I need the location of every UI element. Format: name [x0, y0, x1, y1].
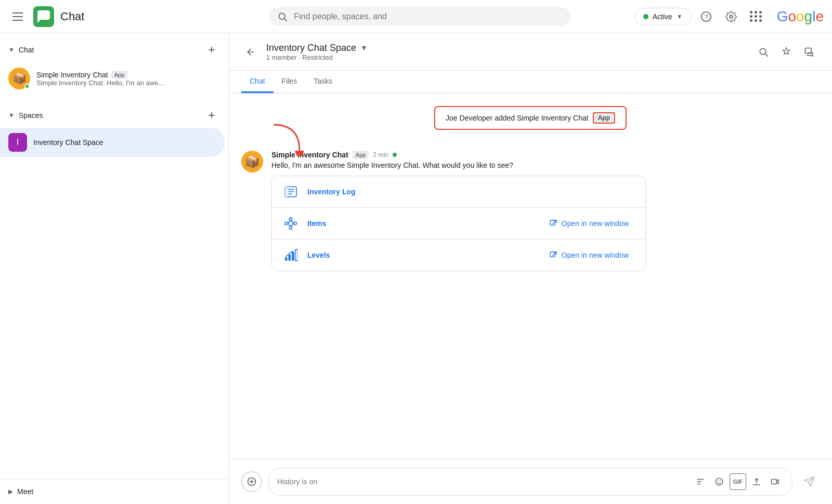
tab-tasks[interactable]: Tasks	[305, 71, 341, 93]
svg-point-16	[285, 222, 288, 224]
active-status-dot	[643, 14, 648, 19]
svg-line-7	[765, 54, 768, 56]
app-badge: App	[111, 71, 128, 79]
send-button[interactable]	[799, 471, 820, 492]
chat-subtitle: 1 member · Restricted	[266, 54, 747, 61]
items-label: Items	[307, 219, 535, 228]
svg-point-15	[289, 221, 293, 226]
tab-chat[interactable]: Chat	[241, 71, 274, 93]
topbar-left: Chat	[8, 6, 237, 27]
chat-item-text: Simple Inventory Chat App Simple Invento…	[36, 71, 216, 87]
topbar: Chat Active ▼ ?	[0, 0, 832, 33]
svg-line-25	[552, 220, 556, 224]
card-row-items[interactable]: Items Open in new window	[272, 208, 645, 240]
message-input[interactable]	[277, 478, 688, 486]
chat-item-name: Simple Inventory Chat App	[36, 71, 216, 79]
system-message-text: Joe Developer added Simple Inventory Cha…	[446, 114, 589, 122]
inventory-log-label: Inventory Log	[307, 188, 635, 196]
card-row-inventory-log[interactable]: Inventory Log	[272, 176, 645, 208]
video-button[interactable]	[767, 473, 784, 490]
add-space-button[interactable]: +	[203, 107, 220, 124]
chat-item-simple-inventory[interactable]: 📦 Simple Inventory Chat App Simple Inven…	[0, 62, 224, 95]
chat-input-area: GIF	[229, 459, 832, 504]
svg-line-31	[552, 252, 556, 256]
help-button[interactable]: ?	[696, 6, 717, 27]
svg-rect-14	[285, 187, 289, 197]
add-chat-button[interactable]: +	[203, 42, 220, 58]
upload-button[interactable]	[748, 473, 765, 490]
chat-header-actions	[753, 42, 820, 62]
chat-header-info: Inventory Chat Space ▼ 1 member · Restri…	[266, 43, 747, 61]
chat-section: ▼ Chat + 📦 Simple Inventory Chat App Sim…	[0, 33, 228, 99]
hamburger-menu[interactable]	[8, 8, 27, 25]
chat-header: Inventory Chat Space ▼ 1 member · Restri…	[229, 33, 832, 71]
active-status-button[interactable]: Active ▼	[634, 8, 692, 25]
svg-line-2	[284, 18, 287, 21]
chat-title[interactable]: Inventory Chat Space ▼	[266, 43, 747, 54]
search-input[interactable]	[294, 12, 562, 21]
card-row-levels[interactable]: Levels Open in new window	[272, 240, 645, 271]
meet-chevron-icon: ▶	[8, 488, 13, 495]
message-content: Simple Inventory Chat App 2 min Hello, I…	[271, 151, 820, 271]
meet-section: ▶ Meet	[0, 479, 228, 504]
chat-chevron-icon: ▼	[8, 46, 15, 54]
chat-messages: Joe Developer added Simple Inventory Cha…	[229, 94, 832, 459]
search-icon	[277, 11, 288, 22]
message-input-box[interactable]: GIF	[268, 468, 792, 496]
app-title: Chat	[60, 10, 84, 23]
message-app-badge: App	[353, 151, 369, 159]
inventory-log-icon	[282, 183, 299, 200]
chat-area: Inventory Chat Space ▼ 1 member · Restri…	[229, 33, 832, 504]
spaces-section-header[interactable]: ▼ Spaces +	[0, 103, 228, 128]
input-actions: GIF	[692, 473, 784, 490]
space-item-name: Inventory Chat Space	[33, 138, 103, 147]
meet-section-header[interactable]: ▶ Meet	[8, 483, 220, 500]
attach-button[interactable]	[241, 471, 262, 492]
chat-tabs: Chat Files Tasks	[229, 71, 832, 94]
grid-dots-icon	[750, 11, 762, 22]
svg-rect-29	[295, 249, 297, 261]
red-arrow-icon	[268, 122, 310, 156]
tab-files[interactable]: Files	[274, 71, 306, 93]
spaces-chevron-icon: ▼	[8, 112, 15, 119]
search-chat-button[interactable]	[753, 42, 774, 62]
spaces-section: ▼ Spaces + I Inventory Chat Space	[0, 99, 228, 161]
back-button[interactable]	[241, 43, 260, 61]
space-item-inventory[interactable]: I Inventory Chat Space	[0, 128, 224, 157]
svg-rect-27	[289, 255, 291, 261]
format-text-button[interactable]	[692, 473, 709, 490]
settings-button[interactable]	[721, 6, 742, 27]
inventory-card: Inventory Log	[271, 176, 646, 271]
message-avatar: 📦	[241, 151, 263, 173]
gif-button[interactable]: GIF	[730, 473, 746, 490]
google-logo: Google	[777, 8, 824, 25]
items-open-new-window-button[interactable]: Open in new window	[543, 216, 635, 231]
chat-section-label: Chat	[19, 46, 34, 54]
search-bar[interactable]	[269, 7, 570, 26]
svg-rect-26	[285, 257, 287, 261]
svg-rect-38	[772, 480, 777, 484]
apps-button[interactable]	[746, 6, 766, 27]
svg-text:?: ?	[704, 12, 708, 20]
message-with-arrow: 📦 Simple Inventory Chat App 2 min Hello,…	[241, 151, 820, 271]
message-text: Hello, I'm an awesome Simple Inventory C…	[271, 161, 820, 169]
pin-button[interactable]	[776, 42, 797, 62]
svg-point-18	[289, 218, 292, 220]
levels-open-new-window-button[interactable]: Open in new window	[543, 248, 635, 262]
spaces-section-label: Spaces	[19, 111, 43, 120]
message-row: 📦 Simple Inventory Chat App 2 min Hello,…	[241, 151, 820, 271]
thread-button[interactable]	[799, 42, 820, 62]
items-open-label: Open in new window	[562, 219, 629, 228]
emoji-button[interactable]	[711, 473, 727, 490]
avatar: 📦	[8, 68, 30, 89]
message-header: Simple Inventory Chat App 2 min	[271, 151, 820, 159]
chat-title-dropdown-icon: ▼	[360, 44, 368, 52]
chat-logo-icon	[33, 6, 54, 27]
message-online-dot	[393, 153, 397, 157]
chat-section-header[interactable]: ▼ Chat +	[0, 37, 228, 62]
svg-point-17	[294, 222, 296, 224]
chat-section-header-left: ▼ Chat	[8, 46, 34, 54]
items-icon	[282, 215, 299, 232]
svg-rect-28	[292, 252, 294, 261]
message-time: 2 min	[373, 151, 388, 158]
